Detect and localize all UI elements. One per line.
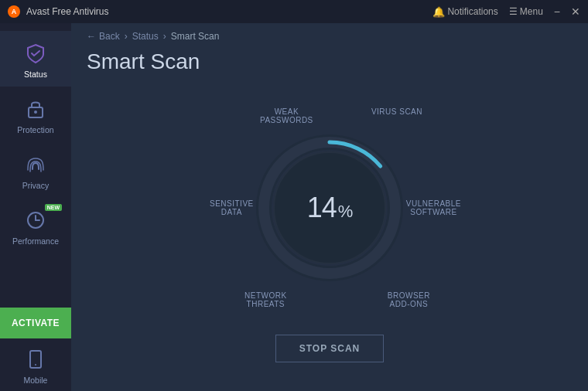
scan-center: 14% — [307, 192, 353, 224]
scan-ring-container: WEAKPASSWORDS VIRUS SCAN SENSITIVEDATA V… — [221, 100, 438, 316]
close-button[interactable]: ✕ — [571, 5, 580, 18]
breadcrumb-current: Smart Scan — [171, 31, 220, 42]
titlebar-left: A Avast Free Antivirus — [8, 5, 109, 18]
label-sensitive-data: SENSITIVEDATA — [210, 199, 254, 216]
label-vulnerable-software: VULNERABLESOFTWARE — [406, 199, 461, 216]
label-virus-scan: VIRUS SCAN — [371, 107, 422, 116]
sidebar-mobile-label: Mobile — [24, 376, 48, 385]
minimize-button[interactable]: − — [554, 5, 560, 18]
scan-area: WEAKPASSWORDS VIRUS SCAN SENSITIVEDATA V… — [71, 87, 588, 391]
shield-icon — [24, 42, 47, 65]
breadcrumb-separator-1: › — [125, 31, 128, 42]
new-badge: NEW — [45, 204, 62, 211]
bell-icon: 🔔 — [432, 6, 445, 18]
sidebar-item-protection[interactable]: Protection — [0, 87, 71, 142]
label-network-threats: NETWORKTHREATS — [244, 291, 287, 308]
sidebar-item-privacy[interactable]: Privacy — [0, 142, 71, 198]
percent-symbol: % — [338, 202, 353, 221]
notifications-button[interactable]: 🔔 Notifications — [432, 6, 497, 18]
titlebar-right: 🔔 Notifications ☰ Menu − ✕ — [432, 5, 580, 18]
activate-button[interactable]: ACTIVATE — [0, 308, 71, 338]
back-button[interactable]: ← Back — [87, 31, 120, 42]
label-weak-passwords: WEAKPASSWORDS — [260, 107, 313, 124]
hamburger-icon: ☰ — [509, 6, 518, 17]
app-container: Status Protection Privacy — [0, 23, 588, 391]
breadcrumb-separator-2: › — [163, 31, 166, 42]
performance-icon — [24, 209, 47, 232]
main-content: ← Back › Status › Smart Scan Smart Scan … — [71, 23, 588, 391]
fingerprint-icon — [24, 153, 47, 176]
mobile-icon — [24, 348, 47, 371]
sidebar: Status Protection Privacy — [0, 23, 71, 391]
titlebar: A Avast Free Antivirus 🔔 Notifications ☰… — [0, 0, 588, 23]
sidebar-performance-label: Performance — [12, 236, 59, 246]
back-arrow-icon: ← — [87, 31, 96, 42]
label-browser-addons: BROWSERADD-ONS — [388, 291, 430, 308]
svg-point-1 — [34, 110, 37, 114]
stop-scan-button[interactable]: STOP SCAN — [275, 335, 385, 362]
page-title: Smart Scan — [71, 46, 588, 87]
breadcrumb: ← Back › Status › Smart Scan — [71, 23, 588, 46]
app-title: Avast Free Antivirus — [26, 6, 109, 17]
menu-button[interactable]: ☰ Menu — [509, 6, 543, 17]
back-label: Back — [99, 31, 120, 42]
sidebar-status-label: Status — [24, 70, 47, 79]
lock-icon — [24, 97, 47, 121]
sidebar-privacy-label: Privacy — [22, 181, 49, 190]
sidebar-item-mobile[interactable]: Mobile — [0, 338, 71, 391]
sidebar-item-performance[interactable]: NEW Performance — [0, 198, 71, 253]
app-logo-icon: A — [8, 5, 20, 18]
breadcrumb-status[interactable]: Status — [132, 31, 159, 42]
sidebar-protection-label: Protection — [17, 125, 53, 134]
scan-percentage: 14% — [307, 192, 353, 224]
sidebar-item-status[interactable]: Status — [0, 31, 71, 87]
